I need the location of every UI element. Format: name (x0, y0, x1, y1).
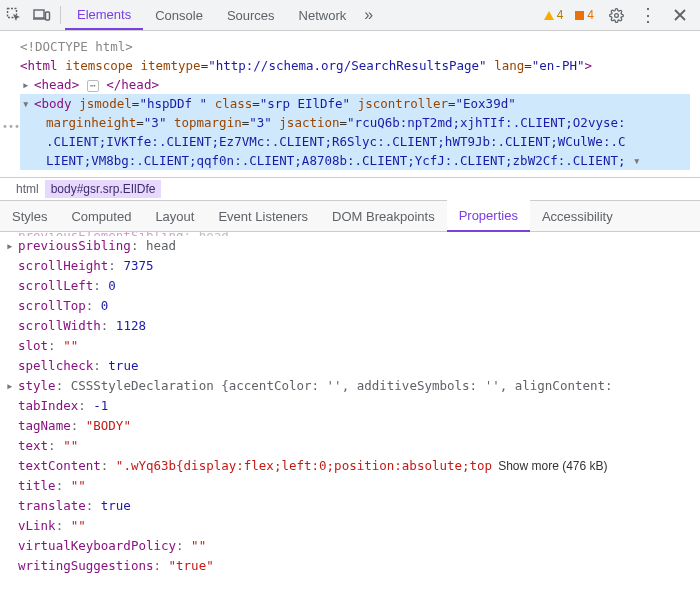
tab-network[interactable]: Network (287, 0, 359, 30)
property-row[interactable]: ▸previousSibling: head (18, 236, 690, 256)
subtab-properties[interactable]: Properties (447, 200, 530, 232)
subtab-dom-breakpoints[interactable]: DOM Breakpoints (320, 201, 447, 231)
property-row[interactable]: slot: "" (18, 336, 690, 356)
property-row[interactable]: tagName: "BODY" (18, 416, 690, 436)
subtab-computed[interactable]: Computed (59, 201, 143, 231)
selected-indicator-icon: ••• (2, 117, 20, 136)
dom-html-open[interactable]: <html itemscope itemtype="http://schema.… (20, 56, 690, 75)
property-row[interactable]: vLink: "" (18, 516, 690, 536)
tab-sources[interactable]: Sources (215, 0, 287, 30)
property-row[interactable]: scrollWidth: 1128 (18, 316, 690, 336)
inspect-icon[interactable] (0, 0, 28, 30)
property-row[interactable]: translate: true (18, 496, 690, 516)
properties-panel[interactable]: previousElementSibling: head▸previousSib… (0, 232, 700, 580)
main-toolbar: Elements Console Sources Network » 4 4 ⋮ (0, 0, 700, 31)
show-more-button[interactable]: Show more (476 kB) (498, 459, 607, 473)
property-row[interactable]: ▸style: CSSStyleDeclaration {accentColor… (18, 376, 690, 396)
tab-elements[interactable]: Elements (65, 0, 143, 30)
kebab-menu-icon[interactable]: ⋮ (634, 0, 662, 30)
property-row[interactable]: writingSuggestions: "true" (18, 556, 690, 576)
sidebar-subtabs: Styles Computed Layout Event Listeners D… (0, 201, 700, 232)
dom-doctype: <!DOCTYPE html> (20, 37, 690, 56)
dom-body-cont3: LIENT;VM8bg:.CLIENT;qqf0n:.CLIENT;A8708b… (20, 151, 690, 170)
dom-head[interactable]: ▸<head> ⋯ </head> (20, 75, 690, 94)
property-row[interactable]: previousElementSibling: head (18, 232, 690, 236)
subtab-event-listeners[interactable]: Event Listeners (206, 201, 320, 231)
property-row[interactable]: virtualKeyboardPolicy: "" (18, 536, 690, 556)
property-row[interactable]: textContent: ".wYq63b{display:flex;left:… (18, 456, 690, 476)
close-icon[interactable] (666, 0, 694, 30)
property-row[interactable]: spellcheck: true (18, 356, 690, 376)
issue-square-icon (575, 11, 584, 20)
subtab-styles[interactable]: Styles (0, 201, 59, 231)
settings-gear-icon[interactable] (602, 0, 630, 30)
property-row[interactable]: scrollTop: 0 (18, 296, 690, 316)
property-row[interactable]: title: "" (18, 476, 690, 496)
warning-triangle-icon (544, 11, 554, 20)
crumb-body[interactable]: body#gsr.srp.EIlDfe (45, 180, 162, 198)
property-row[interactable]: text: "" (18, 436, 690, 456)
device-toggle-icon[interactable] (28, 0, 56, 30)
property-row[interactable]: tabIndex: -1 (18, 396, 690, 416)
ellipsis-icon[interactable]: ⋯ (87, 80, 99, 92)
dom-body[interactable]: ▾<body jsmodel="hspDDf " class="srp EIlD… (20, 94, 690, 113)
breadcrumb: html body#gsr.srp.EIlDfe (0, 178, 700, 201)
crumb-html[interactable]: html (10, 180, 45, 198)
issues-badge[interactable]: 4 (571, 8, 598, 22)
dom-tree[interactable]: <!DOCTYPE html> <html itemscope itemtype… (0, 31, 700, 178)
svg-rect-2 (46, 12, 50, 20)
dom-body-cont2: .CLIENT;IVKTfe:.CLIENT;Ez7VMc:.CLIENT;R6… (20, 132, 690, 151)
subtab-accessibility[interactable]: Accessibility (530, 201, 625, 231)
dom-body-cont1: marginheight="3" topmargin="3" jsaction=… (20, 113, 690, 132)
subtab-layout[interactable]: Layout (143, 201, 206, 231)
panel-tabs: Elements Console Sources Network » (65, 0, 379, 30)
tabs-overflow[interactable]: » (358, 0, 379, 30)
warnings-badge[interactable]: 4 (540, 8, 568, 22)
property-row[interactable]: scrollHeight: 7375 (18, 256, 690, 276)
svg-point-3 (614, 13, 618, 17)
property-row[interactable]: scrollLeft: 0 (18, 276, 690, 296)
svg-rect-1 (34, 10, 44, 18)
tab-console[interactable]: Console (143, 0, 215, 30)
